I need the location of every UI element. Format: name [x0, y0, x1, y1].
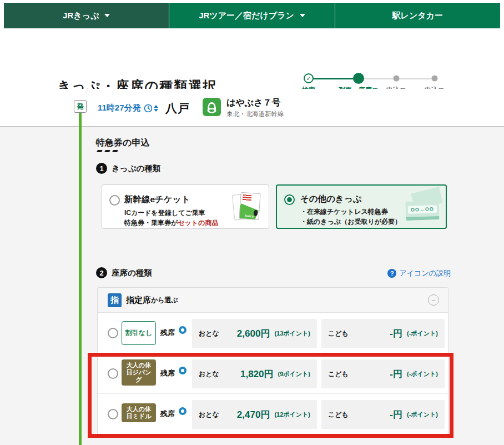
child-label: こども: [328, 369, 349, 379]
current-step-dot: [353, 73, 364, 84]
step-track-done: [309, 78, 359, 79]
step1-number: 1: [96, 163, 107, 174]
adult-price: 2,600円: [237, 327, 270, 340]
step-dot: [432, 76, 438, 82]
fare-radio-no-discount[interactable]: [108, 328, 118, 338]
availability-circle-icon: [179, 407, 187, 415]
main-content: 特急券の申込 1 きっぷの種類 新幹線eチケット ICカードを登録してご乗車 特…: [0, 127, 504, 445]
fare-badge-middle: 大人の休日ミドル: [122, 403, 156, 422]
reserved-seat-header: 指 指定席 から選ぶ −: [98, 288, 448, 313]
fare-radio-middle[interactable]: [108, 409, 118, 419]
top-nav: JRきっぷ JRツアー／宿だけプラン 駅レンタカー: [4, 3, 500, 28]
sort-arrows-icon: [154, 105, 158, 112]
child-price: -円: [390, 368, 402, 381]
adult-label: おとな: [199, 369, 219, 379]
nav-tab-label: JRツアー／宿だけプラン: [199, 11, 294, 21]
departure-time-text: 11時27分発: [98, 103, 141, 113]
eticket-desc-line1: ICカードを登録してご乗車: [124, 208, 218, 218]
nav-tab-jr-ticket[interactable]: JRきっぷ: [4, 3, 169, 28]
other-ticket-radio[interactable]: [284, 194, 295, 205]
adult-label: おとな: [199, 329, 219, 338]
eticket-desc: ICカードを登録してご乗車 特急券・乗車券がセットの商品: [124, 208, 218, 228]
station-name: 八戸: [165, 101, 190, 116]
adult-label: おとな: [199, 410, 219, 419]
fare-row-zipangu: 大人の休日ジパング 残席 おとな 1,820円 (9ポイント) こども -円 (…: [98, 353, 448, 394]
other-ticket-title: その他のきっぷ: [300, 193, 362, 205]
icon-help-link-label: アイコンの説明: [399, 268, 451, 278]
fare-radio-zipangu[interactable]: [108, 368, 118, 379]
ic-card-image: Suica: [233, 192, 264, 223]
clock-icon: [144, 104, 153, 113]
child-price: -円: [390, 408, 402, 421]
eticket-desc-line2: 特急券・乗車券がセットの商品: [124, 218, 218, 228]
chevron-down-icon: [104, 14, 110, 17]
seats-left-label: 残席: [160, 368, 175, 378]
section-title-underline: [97, 150, 118, 152]
route-line: [79, 112, 82, 445]
chevron-down-icon: [300, 14, 305, 17]
page: JRきっぷ JRツアー／宿だけプラン 駅レンタカー きっぷ・座席の種類選択 ✓: [0, 0, 504, 445]
adult-fare-box: おとな 1,820円 (9ポイント): [192, 359, 317, 388]
availability-circle-icon: [179, 367, 187, 374]
child-points: (-ポイント): [407, 370, 438, 378]
ticket-type-heading-label: きっぷの種類: [112, 163, 160, 174]
availability-circle-icon: [179, 326, 187, 334]
option-card-other-ticket[interactable]: その他のきっぷ ・在来線チケットレス特急券 ・紙のきっぷ（お受取りが必要） OO…: [276, 184, 447, 229]
adult-points: (12ポイント): [274, 411, 310, 419]
adult-points: (9ポイント): [278, 370, 310, 378]
seats-left-label: 残席: [160, 409, 175, 419]
adult-price: 1,820円: [240, 368, 274, 381]
section-title: 特急券の申込: [96, 137, 149, 149]
page-header: きっぷ・座席の種類選択 ✓ 検索 列車・座席の 選択 申込の 確認 申込の 完了: [0, 28, 504, 89]
paper-ticket-image: OO→OO: [406, 191, 440, 223]
step-dot: [394, 76, 400, 82]
step-node-search: ✓: [304, 73, 314, 83]
ticket-type-heading: 1 きっぷの種類: [96, 163, 160, 174]
seats-left-label: 残席: [160, 328, 175, 338]
nav-tab-jr-tour[interactable]: JRツアー／宿だけプラン: [169, 3, 335, 28]
nav-tab-rentacar[interactable]: 駅レンタカー: [335, 3, 500, 28]
step-node-current: [353, 73, 364, 84]
reserved-seat-title: 指定席: [126, 295, 151, 306]
child-fare-box: こども -円 (-ポイント): [321, 319, 445, 348]
other-ticket-bullet2: ・紙のきっぷ（お受取りが必要）: [300, 217, 401, 227]
adult-price: 2,470円: [237, 408, 270, 421]
icon-help-link[interactable]: ? アイコンの説明: [387, 268, 451, 278]
fare-row-no-discount: 割引なし 残席 おとな 2,600円 (13ポイント) こども -円 (-ポイン…: [98, 313, 448, 353]
reserved-seat-card: 指 指定席 から選ぶ − 割引なし 残席 おとな 2,600円 (13ポイント)…: [97, 287, 448, 434]
question-icon: ?: [387, 269, 396, 278]
seat-type-heading: 2 座席の種類: [96, 267, 152, 278]
step-node-confirm: [394, 76, 400, 82]
time-sort-control[interactable]: [144, 104, 158, 113]
adult-fare-box: おとな 2,600円 (13ポイント): [192, 319, 317, 348]
adult-points: (13ポイント): [274, 329, 310, 338]
other-ticket-desc: ・在来線チケットレス特急券 ・紙のきっぷ（お受取りが必要）: [300, 207, 401, 227]
seat-type-heading-label: 座席の種類: [112, 268, 152, 278]
eticket-radio[interactable]: [109, 195, 120, 206]
shinkansen-icon: [203, 98, 221, 116]
child-label: こども: [328, 329, 349, 338]
nav-tab-label: JRきっぷ: [63, 11, 99, 21]
step2-number: 2: [96, 267, 107, 278]
adult-fare-box: おとな 2,470円 (12ポイント): [192, 400, 317, 429]
child-price: -円: [390, 327, 402, 340]
departure-time: 11時27分発: [98, 103, 158, 113]
train-name: はやぶさ７号: [226, 97, 281, 109]
nav-tab-label: 駅レンタカー: [392, 11, 443, 21]
collapse-button[interactable]: −: [428, 294, 439, 306]
eticket-title: 新幹線eチケット: [124, 194, 190, 206]
child-points: (-ポイント): [407, 329, 438, 338]
depart-badge: 発: [74, 100, 87, 113]
line-name: 東北・北海道新幹線: [226, 110, 284, 118]
fare-badge-zipangu: 大人の休日ジパング: [122, 359, 156, 386]
reserved-seat-subtitle: から選ぶ: [151, 296, 178, 305]
option-card-eticket[interactable]: 新幹線eチケット ICカードを登録してご乗車 特急券・乗車券がセットの商品 Su…: [102, 184, 269, 229]
child-fare-box: こども -円 (-ポイント): [321, 400, 445, 429]
other-ticket-bullet1: ・在来線チケットレス特急券: [300, 207, 401, 217]
child-fare-box: こども -円 (-ポイント): [321, 359, 445, 388]
child-label: こども: [328, 410, 349, 419]
fare-badge-no-discount: 割引なし: [122, 321, 156, 345]
reserved-seat-icon: 指: [108, 293, 122, 307]
step-node-complete: [432, 76, 438, 82]
fare-row-middle: 大人の休日ミドル 残席 おとな 2,470円 (12ポイント) こども -円 (…: [98, 394, 448, 434]
